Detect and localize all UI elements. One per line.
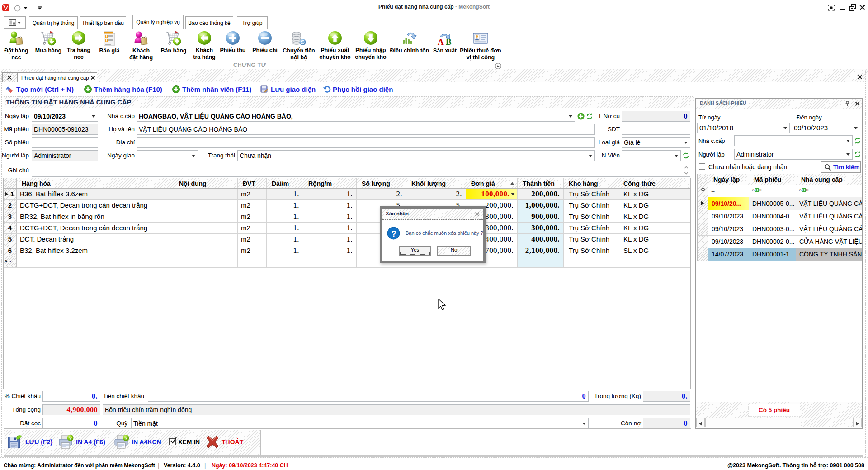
svg-text:?: ? xyxy=(69,436,72,441)
svg-text:?: ? xyxy=(392,229,397,238)
svg-text:A: A xyxy=(438,37,444,46)
svg-text:B: B xyxy=(446,37,452,46)
svg-text:?: ? xyxy=(125,436,128,441)
